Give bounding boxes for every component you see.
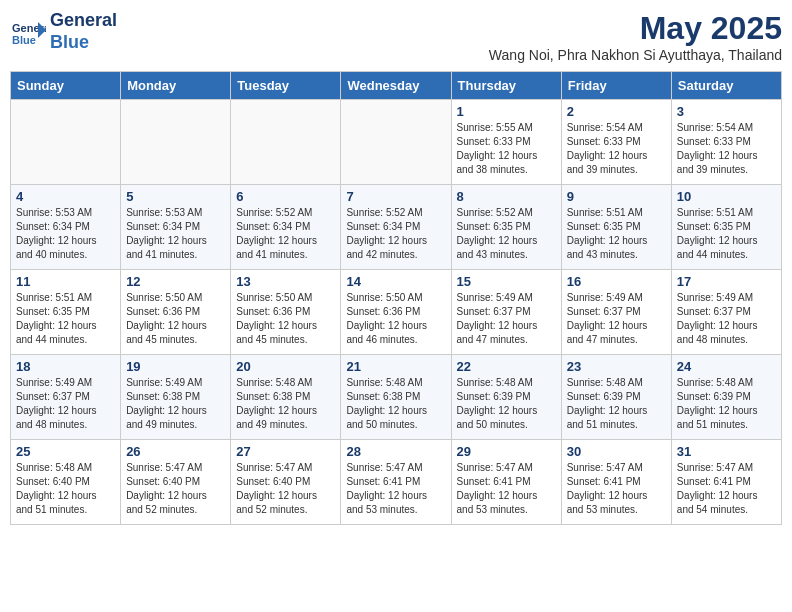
logo-icon: General Blue	[10, 14, 46, 50]
day-number: 4	[16, 189, 115, 204]
day-info: Sunrise: 5:49 AM Sunset: 6:37 PM Dayligh…	[457, 291, 556, 347]
day-info: Sunrise: 5:54 AM Sunset: 6:33 PM Dayligh…	[677, 121, 776, 177]
day-number: 29	[457, 444, 556, 459]
day-info: Sunrise: 5:51 AM Sunset: 6:35 PM Dayligh…	[16, 291, 115, 347]
day-number: 10	[677, 189, 776, 204]
day-number: 19	[126, 359, 225, 374]
day-number: 2	[567, 104, 666, 119]
day-number: 24	[677, 359, 776, 374]
day-number: 17	[677, 274, 776, 289]
day-number: 9	[567, 189, 666, 204]
day-info: Sunrise: 5:49 AM Sunset: 6:38 PM Dayligh…	[126, 376, 225, 432]
day-number: 13	[236, 274, 335, 289]
day-info: Sunrise: 5:47 AM Sunset: 6:41 PM Dayligh…	[346, 461, 445, 517]
day-info: Sunrise: 5:55 AM Sunset: 6:33 PM Dayligh…	[457, 121, 556, 177]
day-info: Sunrise: 5:50 AM Sunset: 6:36 PM Dayligh…	[346, 291, 445, 347]
day-info: Sunrise: 5:48 AM Sunset: 6:38 PM Dayligh…	[236, 376, 335, 432]
day-info: Sunrise: 5:54 AM Sunset: 6:33 PM Dayligh…	[567, 121, 666, 177]
day-number: 31	[677, 444, 776, 459]
day-number: 8	[457, 189, 556, 204]
day-cell: 13Sunrise: 5:50 AM Sunset: 6:36 PM Dayli…	[231, 270, 341, 355]
month-title: May 2025	[489, 10, 782, 47]
day-cell: 28Sunrise: 5:47 AM Sunset: 6:41 PM Dayli…	[341, 440, 451, 525]
day-number: 12	[126, 274, 225, 289]
day-number: 22	[457, 359, 556, 374]
day-cell: 30Sunrise: 5:47 AM Sunset: 6:41 PM Dayli…	[561, 440, 671, 525]
week-row-1: 4Sunrise: 5:53 AM Sunset: 6:34 PM Daylig…	[11, 185, 782, 270]
day-info: Sunrise: 5:49 AM Sunset: 6:37 PM Dayligh…	[677, 291, 776, 347]
day-info: Sunrise: 5:52 AM Sunset: 6:34 PM Dayligh…	[346, 206, 445, 262]
day-cell: 4Sunrise: 5:53 AM Sunset: 6:34 PM Daylig…	[11, 185, 121, 270]
week-row-2: 11Sunrise: 5:51 AM Sunset: 6:35 PM Dayli…	[11, 270, 782, 355]
day-cell: 31Sunrise: 5:47 AM Sunset: 6:41 PM Dayli…	[671, 440, 781, 525]
header-day-tuesday: Tuesday	[231, 72, 341, 100]
title-area: May 2025 Wang Noi, Phra Nakhon Si Ayutth…	[489, 10, 782, 63]
day-number: 14	[346, 274, 445, 289]
header-day-sunday: Sunday	[11, 72, 121, 100]
day-info: Sunrise: 5:51 AM Sunset: 6:35 PM Dayligh…	[677, 206, 776, 262]
header-row: SundayMondayTuesdayWednesdayThursdayFrid…	[11, 72, 782, 100]
day-cell: 23Sunrise: 5:48 AM Sunset: 6:39 PM Dayli…	[561, 355, 671, 440]
day-cell: 29Sunrise: 5:47 AM Sunset: 6:41 PM Dayli…	[451, 440, 561, 525]
location-title: Wang Noi, Phra Nakhon Si Ayutthaya, Thai…	[489, 47, 782, 63]
day-info: Sunrise: 5:47 AM Sunset: 6:41 PM Dayligh…	[567, 461, 666, 517]
day-number: 30	[567, 444, 666, 459]
day-cell: 22Sunrise: 5:48 AM Sunset: 6:39 PM Dayli…	[451, 355, 561, 440]
day-info: Sunrise: 5:47 AM Sunset: 6:41 PM Dayligh…	[677, 461, 776, 517]
day-cell: 16Sunrise: 5:49 AM Sunset: 6:37 PM Dayli…	[561, 270, 671, 355]
day-number: 3	[677, 104, 776, 119]
day-cell: 12Sunrise: 5:50 AM Sunset: 6:36 PM Dayli…	[121, 270, 231, 355]
day-number: 11	[16, 274, 115, 289]
day-cell: 14Sunrise: 5:50 AM Sunset: 6:36 PM Dayli…	[341, 270, 451, 355]
day-info: Sunrise: 5:51 AM Sunset: 6:35 PM Dayligh…	[567, 206, 666, 262]
day-info: Sunrise: 5:47 AM Sunset: 6:41 PM Dayligh…	[457, 461, 556, 517]
calendar-table: SundayMondayTuesdayWednesdayThursdayFrid…	[10, 71, 782, 525]
day-info: Sunrise: 5:53 AM Sunset: 6:34 PM Dayligh…	[126, 206, 225, 262]
day-number: 25	[16, 444, 115, 459]
day-number: 21	[346, 359, 445, 374]
day-info: Sunrise: 5:53 AM Sunset: 6:34 PM Dayligh…	[16, 206, 115, 262]
day-cell: 25Sunrise: 5:48 AM Sunset: 6:40 PM Dayli…	[11, 440, 121, 525]
week-row-3: 18Sunrise: 5:49 AM Sunset: 6:37 PM Dayli…	[11, 355, 782, 440]
logo-text: General Blue	[50, 10, 117, 53]
day-cell: 9Sunrise: 5:51 AM Sunset: 6:35 PM Daylig…	[561, 185, 671, 270]
day-info: Sunrise: 5:47 AM Sunset: 6:40 PM Dayligh…	[236, 461, 335, 517]
day-info: Sunrise: 5:49 AM Sunset: 6:37 PM Dayligh…	[16, 376, 115, 432]
day-number: 28	[346, 444, 445, 459]
day-cell: 6Sunrise: 5:52 AM Sunset: 6:34 PM Daylig…	[231, 185, 341, 270]
day-cell: 17Sunrise: 5:49 AM Sunset: 6:37 PM Dayli…	[671, 270, 781, 355]
day-info: Sunrise: 5:47 AM Sunset: 6:40 PM Dayligh…	[126, 461, 225, 517]
day-number: 6	[236, 189, 335, 204]
header-day-monday: Monday	[121, 72, 231, 100]
day-cell: 11Sunrise: 5:51 AM Sunset: 6:35 PM Dayli…	[11, 270, 121, 355]
day-cell: 27Sunrise: 5:47 AM Sunset: 6:40 PM Dayli…	[231, 440, 341, 525]
day-number: 16	[567, 274, 666, 289]
day-info: Sunrise: 5:48 AM Sunset: 6:38 PM Dayligh…	[346, 376, 445, 432]
day-cell	[341, 100, 451, 185]
day-cell: 24Sunrise: 5:48 AM Sunset: 6:39 PM Dayli…	[671, 355, 781, 440]
day-cell: 5Sunrise: 5:53 AM Sunset: 6:34 PM Daylig…	[121, 185, 231, 270]
day-number: 5	[126, 189, 225, 204]
day-number: 23	[567, 359, 666, 374]
day-cell: 1Sunrise: 5:55 AM Sunset: 6:33 PM Daylig…	[451, 100, 561, 185]
day-cell: 20Sunrise: 5:48 AM Sunset: 6:38 PM Dayli…	[231, 355, 341, 440]
week-row-4: 25Sunrise: 5:48 AM Sunset: 6:40 PM Dayli…	[11, 440, 782, 525]
day-cell	[11, 100, 121, 185]
day-info: Sunrise: 5:49 AM Sunset: 6:37 PM Dayligh…	[567, 291, 666, 347]
day-number: 18	[16, 359, 115, 374]
day-number: 1	[457, 104, 556, 119]
svg-text:Blue: Blue	[12, 34, 36, 46]
day-cell	[231, 100, 341, 185]
day-info: Sunrise: 5:52 AM Sunset: 6:35 PM Dayligh…	[457, 206, 556, 262]
day-info: Sunrise: 5:48 AM Sunset: 6:39 PM Dayligh…	[677, 376, 776, 432]
day-number: 15	[457, 274, 556, 289]
day-cell: 21Sunrise: 5:48 AM Sunset: 6:38 PM Dayli…	[341, 355, 451, 440]
day-cell: 2Sunrise: 5:54 AM Sunset: 6:33 PM Daylig…	[561, 100, 671, 185]
week-row-0: 1Sunrise: 5:55 AM Sunset: 6:33 PM Daylig…	[11, 100, 782, 185]
day-cell: 15Sunrise: 5:49 AM Sunset: 6:37 PM Dayli…	[451, 270, 561, 355]
day-number: 7	[346, 189, 445, 204]
day-info: Sunrise: 5:48 AM Sunset: 6:39 PM Dayligh…	[457, 376, 556, 432]
header-day-friday: Friday	[561, 72, 671, 100]
day-info: Sunrise: 5:50 AM Sunset: 6:36 PM Dayligh…	[126, 291, 225, 347]
day-cell: 26Sunrise: 5:47 AM Sunset: 6:40 PM Dayli…	[121, 440, 231, 525]
